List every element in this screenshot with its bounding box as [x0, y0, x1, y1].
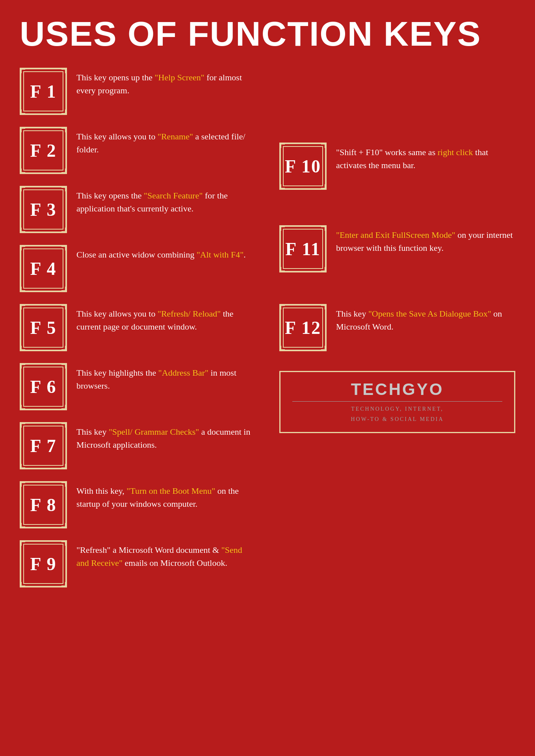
key-item-f11: F 11"Enter and Exit FullScreen Mode" on …: [279, 225, 515, 272]
key-description-f9: "Refresh" a Microsoft Word document & "S…: [76, 540, 256, 569]
key-label-f3: F 3: [30, 199, 57, 220]
content-grid: F 1This key opens up the "Help Screen" f…: [20, 68, 515, 587]
key-label-f12: F 12: [285, 317, 321, 338]
key-description-f12: This key "Opens the Save As Dialogue Box…: [336, 304, 515, 333]
key-box-f2: F 2: [20, 127, 67, 174]
right-column: F 10"Shift + F10" works same as right cl…: [279, 68, 515, 587]
key-box-f11: F 11: [279, 225, 327, 272]
left-column: F 1This key opens up the "Help Screen" f…: [20, 68, 256, 587]
key-description-f10: "Shift + F10" works same as right click …: [336, 143, 515, 172]
key-label-f4: F 4: [30, 258, 57, 279]
logo-title: TECHGYO: [292, 380, 502, 399]
key-item-f1: F 1This key opens up the "Help Screen" f…: [20, 68, 256, 115]
key-box-f7: F 7: [20, 422, 67, 469]
key-item-f6: F 6This key highlights the "Address Bar"…: [20, 363, 256, 410]
key-item-f3: F 3This key opens the "Search Feature" f…: [20, 186, 256, 233]
key-description-f5: This key allows you to "Refresh/ Reload"…: [76, 304, 256, 333]
key-label-f7: F 7: [30, 435, 57, 456]
key-box-f12: F 12: [279, 304, 327, 351]
key-label-f1: F 1: [30, 81, 57, 102]
key-box-f9: F 9: [20, 540, 67, 587]
key-label-f8: F 8: [30, 495, 57, 515]
key-label-f11: F 11: [285, 239, 320, 259]
key-description-f6: This key highlights the "Address Bar" in…: [76, 363, 256, 392]
key-label-f9: F 9: [30, 554, 57, 574]
key-item-f9: F 9"Refresh" a Microsoft Word document &…: [20, 540, 256, 587]
key-item-f8: F 8With this key, "Turn on the Boot Menu…: [20, 481, 256, 528]
key-item-f4: F 4Close an active widow combining "Alt …: [20, 245, 256, 292]
key-item-f2: F 2This key allows you to "Rename" a sel…: [20, 127, 256, 174]
key-box-f1: F 1: [20, 68, 67, 115]
logo-box: TECHGYOTECHNOLOGY, INTERNET,HOW-TO & SOC…: [279, 371, 515, 433]
key-description-f11: "Enter and Exit FullScreen Mode" on your…: [336, 225, 515, 254]
key-description-f7: This key "Spell/ Grammar Checks" a docum…: [76, 422, 256, 451]
key-description-f1: This key opens up the "Help Screen" for …: [76, 68, 256, 97]
key-description-f2: This key allows you to "Rename" a select…: [76, 127, 256, 156]
key-label-f2: F 2: [30, 140, 57, 161]
logo-subtitle-1: TECHNOLOGY, INTERNET,: [292, 404, 502, 414]
key-box-f5: F 5: [20, 304, 67, 351]
key-label-f6: F 6: [30, 376, 57, 397]
key-label-f10: F 10: [285, 156, 321, 177]
key-box-f3: F 3: [20, 186, 67, 233]
key-box-f4: F 4: [20, 245, 67, 292]
key-item-f7: F 7This key "Spell/ Grammar Checks" a do…: [20, 422, 256, 469]
key-box-f10: F 10: [279, 143, 327, 190]
key-description-f8: With this key, "Turn on the Boot Menu" o…: [76, 481, 256, 510]
logo-subtitle-2: HOW-TO & SOCIAL MEDIA: [292, 414, 502, 424]
page-title: USES OF FUNCTION KEYS: [20, 16, 515, 52]
key-item-f5: F 5This key allows you to "Refresh/ Relo…: [20, 304, 256, 351]
key-label-f5: F 5: [30, 317, 57, 338]
key-description-f3: This key opens the "Search Feature" for …: [76, 186, 256, 215]
key-item-f12: F 12This key "Opens the Save As Dialogue…: [279, 304, 515, 351]
key-item-f10: F 10"Shift + F10" works same as right cl…: [279, 143, 515, 190]
key-description-f4: Close an active widow combining "Alt wit…: [76, 245, 246, 261]
key-box-f8: F 8: [20, 481, 67, 528]
key-box-f6: F 6: [20, 363, 67, 410]
